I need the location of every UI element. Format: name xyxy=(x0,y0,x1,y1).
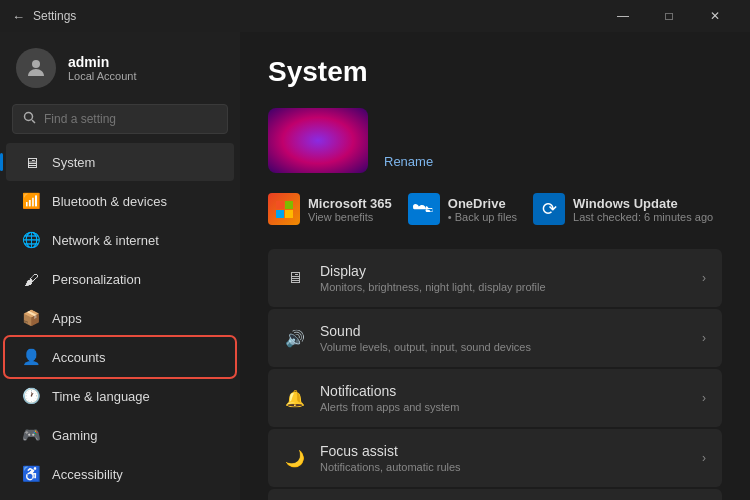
quick-link-onedrive[interactable]: OneDrive • Back up files xyxy=(408,193,517,225)
nav-list: 🖥 System 📶 Bluetooth & devices 🌐 Network… xyxy=(0,142,240,500)
search-input[interactable] xyxy=(44,112,217,126)
settings-title-focus: Focus assist xyxy=(320,443,461,459)
quick-link-sub-ms365: View benefits xyxy=(308,211,392,223)
user-name: admin xyxy=(68,54,137,70)
svg-point-1 xyxy=(25,113,33,121)
sidebar-item-accounts[interactable]: 👤 Accounts xyxy=(6,338,234,376)
sidebar-item-privacy[interactable]: 🔒 Privacy & security xyxy=(6,494,234,500)
sidebar-item-label-personalize: Personalization xyxy=(52,272,141,287)
title-bar-controls: — □ ✕ xyxy=(600,0,738,32)
settings-sub-focus: Notifications, automatic rules xyxy=(320,461,461,473)
quick-link-title-winupdate: Windows Update xyxy=(573,196,713,211)
close-button[interactable]: ✕ xyxy=(692,0,738,32)
chevron-right-icon: › xyxy=(702,391,706,405)
sidebar: admin Local Account 🖥 System 📶 Bluetooth… xyxy=(0,32,240,500)
sidebar-item-system[interactable]: 🖥 System xyxy=(6,143,234,181)
chevron-right-icon: › xyxy=(702,331,706,345)
quick-link-sub-onedrive: • Back up files xyxy=(448,211,517,223)
sidebar-item-label-time: Time & language xyxy=(52,389,150,404)
maximize-button[interactable]: □ xyxy=(646,0,692,32)
settings-row-notifications[interactable]: 🔔 Notifications Alerts from apps and sys… xyxy=(268,369,722,427)
sidebar-item-label-apps: Apps xyxy=(52,311,82,326)
user-profile: admin Local Account xyxy=(0,32,240,100)
sidebar-item-apps[interactable]: 📦 Apps xyxy=(6,299,234,337)
svg-rect-3 xyxy=(276,201,284,209)
minimize-button[interactable]: — xyxy=(600,0,646,32)
content-area: System Rename Microsoft 365 View benefit… xyxy=(240,32,750,500)
settings-title-notifications: Notifications xyxy=(320,383,459,399)
sidebar-item-accessibility[interactable]: ♿ Accessibility xyxy=(6,455,234,493)
title-bar: ← Settings — □ ✕ xyxy=(0,0,750,32)
sidebar-item-label-accounts: Accounts xyxy=(52,350,105,365)
bluetooth-icon: 📶 xyxy=(22,192,40,210)
settings-title-display: Display xyxy=(320,263,546,279)
hero-banner: Rename xyxy=(268,108,722,173)
settings-row-display[interactable]: 🖥 Display Monitors, brightness, night li… xyxy=(268,249,722,307)
svg-rect-6 xyxy=(285,210,293,218)
gaming-icon: 🎮 xyxy=(22,426,40,444)
chevron-right-icon: › xyxy=(702,451,706,465)
accounts-icon: 👤 xyxy=(22,348,40,366)
page-title: System xyxy=(268,56,722,88)
rename-link[interactable]: Rename xyxy=(384,154,433,169)
quick-link-sub-winupdate: Last checked: 6 minutes ago xyxy=(573,211,713,223)
svg-rect-5 xyxy=(276,210,284,218)
sidebar-item-label-system: System xyxy=(52,155,95,170)
svg-point-0 xyxy=(32,60,40,68)
sidebar-item-label-network: Network & internet xyxy=(52,233,159,248)
title-bar-left: ← Settings xyxy=(12,9,76,24)
quick-link-winupdate[interactable]: ⟳ Windows Update Last checked: 6 minutes… xyxy=(533,193,713,225)
svg-rect-4 xyxy=(285,201,293,209)
settings-row-power[interactable]: ⏻ Power & battery Sleep, battery usage, … xyxy=(268,489,722,500)
sidebar-item-label-gaming: Gaming xyxy=(52,428,98,443)
quick-links: Microsoft 365 View benefits OneDrive • B… xyxy=(268,193,722,225)
sidebar-item-bluetooth[interactable]: 📶 Bluetooth & devices xyxy=(6,182,234,220)
user-info: admin Local Account xyxy=(68,54,137,82)
sidebar-item-time[interactable]: 🕐 Time & language xyxy=(6,377,234,415)
quick-link-title-onedrive: OneDrive xyxy=(448,196,517,211)
title-bar-title: Settings xyxy=(33,9,76,23)
chevron-right-icon: › xyxy=(702,271,706,285)
search-icon xyxy=(23,111,36,127)
settings-sub-notifications: Alerts from apps and system xyxy=(320,401,459,413)
settings-list: 🖥 Display Monitors, brightness, night li… xyxy=(268,249,722,500)
sidebar-item-label-bluetooth: Bluetooth & devices xyxy=(52,194,167,209)
focus-icon: 🌙 xyxy=(284,447,306,469)
main-layout: admin Local Account 🖥 System 📶 Bluetooth… xyxy=(0,32,750,500)
hero-image xyxy=(268,108,368,173)
quick-link-title-ms365: Microsoft 365 xyxy=(308,196,392,211)
sidebar-item-personalize[interactable]: 🖌 Personalization xyxy=(6,260,234,298)
notifications-icon: 🔔 xyxy=(284,387,306,409)
user-subtitle: Local Account xyxy=(68,70,137,82)
settings-sub-display: Monitors, brightness, night light, displ… xyxy=(320,281,546,293)
apps-icon: 📦 xyxy=(22,309,40,327)
accessibility-icon: ♿ xyxy=(22,465,40,483)
svg-line-2 xyxy=(32,120,35,123)
back-arrow[interactable]: ← xyxy=(12,9,25,24)
quick-link-ms365[interactable]: Microsoft 365 View benefits xyxy=(268,193,392,225)
personalize-icon: 🖌 xyxy=(22,270,40,288)
ms365-icon xyxy=(268,193,300,225)
avatar xyxy=(16,48,56,88)
settings-row-focus[interactable]: 🌙 Focus assist Notifications, automatic … xyxy=(268,429,722,487)
sidebar-item-label-accessibility: Accessibility xyxy=(52,467,123,482)
settings-sub-sound: Volume levels, output, input, sound devi… xyxy=(320,341,531,353)
search-box[interactable] xyxy=(12,104,228,134)
settings-title-sound: Sound xyxy=(320,323,531,339)
time-icon: 🕐 xyxy=(22,387,40,405)
display-icon: 🖥 xyxy=(284,267,306,289)
sidebar-item-gaming[interactable]: 🎮 Gaming xyxy=(6,416,234,454)
settings-row-sound[interactable]: 🔊 Sound Volume levels, output, input, so… xyxy=(268,309,722,367)
sound-icon: 🔊 xyxy=(284,327,306,349)
onedrive-icon xyxy=(408,193,440,225)
winupdate-icon: ⟳ xyxy=(533,193,565,225)
system-icon: 🖥 xyxy=(22,153,40,171)
network-icon: 🌐 xyxy=(22,231,40,249)
sidebar-item-network[interactable]: 🌐 Network & internet xyxy=(6,221,234,259)
